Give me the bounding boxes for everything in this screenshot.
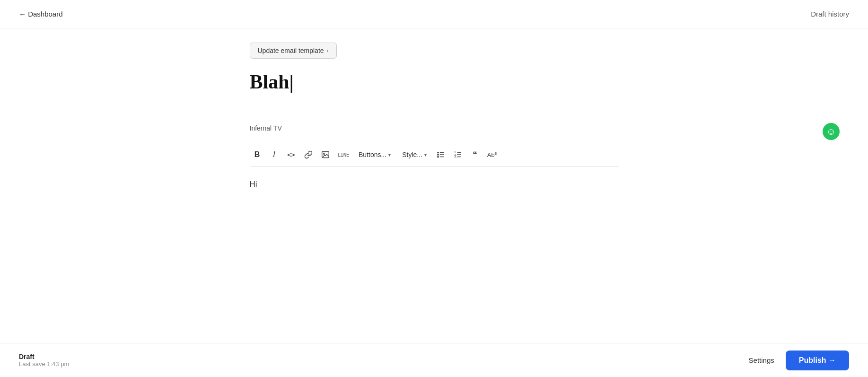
draft-label: Draft bbox=[19, 353, 69, 360]
unordered-list-button[interactable] bbox=[433, 147, 448, 162]
italic-button[interactable]: I bbox=[267, 147, 282, 162]
buttons-dropdown-arrow: ▾ bbox=[388, 152, 391, 158]
image-button[interactable] bbox=[318, 147, 333, 162]
main-content: Update email template › Blah Infernal TV… bbox=[0, 28, 868, 343]
last-save-label: Last save 1:43 pm bbox=[19, 360, 69, 368]
ordered-list-button[interactable]: 1. 2. 3. bbox=[450, 147, 465, 162]
buttons-label: Buttons... bbox=[359, 151, 386, 158]
divider-label: LINE bbox=[338, 152, 350, 158]
chevron-right-icon: › bbox=[327, 47, 329, 54]
unordered-list-icon bbox=[437, 150, 445, 159]
link-icon bbox=[304, 150, 313, 159]
style-dropdown-arrow: ▾ bbox=[424, 152, 427, 158]
draft-history-link[interactable]: Draft history bbox=[811, 10, 849, 18]
post-title-input[interactable]: Blah bbox=[250, 70, 619, 94]
style-label: Style... bbox=[402, 151, 422, 158]
editor-toolbar: B I <> LINE Buttons... ▾ bbox=[250, 143, 619, 167]
buttons-dropdown[interactable]: Buttons... ▾ bbox=[354, 147, 395, 162]
style-dropdown[interactable]: Style... ▾ bbox=[397, 147, 431, 162]
ordered-list-icon: 1. 2. 3. bbox=[454, 150, 462, 159]
update-template-label: Update email template bbox=[258, 47, 324, 54]
bottom-bar: Draft Last save 1:43 pm Settings Publish… bbox=[0, 343, 868, 377]
code-button[interactable]: <> bbox=[284, 147, 299, 162]
bold-button[interactable]: B bbox=[250, 147, 265, 162]
publish-button[interactable]: Publish → bbox=[786, 351, 849, 370]
smiley-emoji: ☺ bbox=[826, 126, 836, 137]
svg-text:3.: 3. bbox=[454, 155, 456, 158]
svg-point-7 bbox=[438, 157, 438, 158]
superscript-icon: Abs bbox=[487, 151, 497, 158]
post-author: Infernal TV bbox=[250, 124, 619, 132]
bottom-right-actions: Settings Publish → bbox=[749, 351, 849, 370]
image-icon bbox=[321, 151, 330, 158]
divider-button[interactable]: LINE bbox=[335, 147, 352, 162]
link-button[interactable] bbox=[301, 147, 316, 162]
post-body-editor[interactable]: Hi bbox=[250, 178, 619, 272]
update-email-template-button[interactable]: Update email template › bbox=[250, 43, 337, 59]
svg-point-1 bbox=[323, 153, 324, 155]
smiley-indicator: ☺ bbox=[823, 123, 840, 140]
back-to-dashboard-link[interactable]: ← Dashboard bbox=[19, 10, 63, 18]
top-nav: ← Dashboard Draft history bbox=[0, 0, 868, 28]
draft-info: Draft Last save 1:43 pm bbox=[19, 353, 69, 368]
svg-point-5 bbox=[438, 152, 438, 153]
post-subtitle-input[interactable] bbox=[250, 103, 619, 113]
back-label: ← Dashboard bbox=[19, 10, 63, 18]
settings-button[interactable]: Settings bbox=[749, 356, 774, 364]
blockquote-button[interactable]: ❝ bbox=[467, 147, 482, 162]
svg-point-6 bbox=[438, 154, 438, 155]
superscript-button[interactable]: Abs bbox=[484, 147, 500, 162]
content-wrapper: Update email template › Blah Infernal TV… bbox=[250, 43, 619, 272]
blockquote-icon: ❝ bbox=[473, 149, 477, 160]
